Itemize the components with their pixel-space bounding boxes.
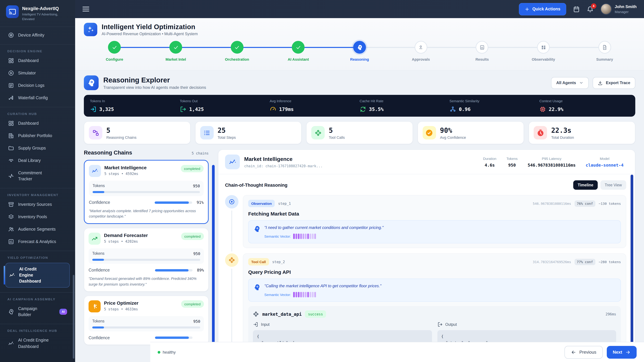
layers-icon	[8, 214, 14, 220]
step-market-intel[interactable]: Market Intel	[145, 41, 206, 67]
stat-tool-calls: 5Tool Calls	[306, 121, 413, 144]
brand-tagline: Intelligent TV Advertising, Elevated	[22, 12, 59, 22]
step-tokens: ~280 tokens	[599, 260, 621, 264]
step-observability[interactable]: Observability	[513, 41, 574, 67]
step-results[interactable]: Results	[452, 41, 513, 67]
detail-chain-id: chain_id: chain-1767108027420-mark...	[244, 164, 323, 168]
sidebar-item-device-affinity[interactable]: Device Affinity	[5, 29, 70, 41]
footer-bar: healthy Previous Next	[150, 342, 644, 362]
previous-button[interactable]: Previous	[564, 346, 602, 359]
step-id: step_1	[278, 201, 291, 205]
thought-head-icon	[253, 225, 260, 233]
refresh-icon	[360, 106, 366, 113]
thought-quote: "Calling the market intelligence API to …	[264, 283, 381, 289]
stat-cards: 5Reasoning Chains 25Total Steps 5Tool Ca…	[84, 121, 635, 144]
sidebar-item-curation-dashboard[interactable]: Dashboard	[5, 117, 70, 129]
next-button[interactable]: Next	[607, 346, 636, 359]
tree-view-button[interactable]: Tree View	[600, 180, 626, 190]
timeline-connector	[232, 211, 232, 251]
chevron-down-icon	[579, 80, 584, 85]
tool-latency: 296ms	[606, 312, 616, 316]
sidebar-item-deal-ai-credit-engine-dashboard[interactable]: AI Credit Engine Dashboard	[5, 334, 70, 353]
status-badge: completed	[181, 233, 204, 240]
logs-icon	[8, 82, 14, 88]
results-chart-icon	[479, 44, 485, 50]
component-icon	[311, 126, 325, 139]
arrow-left-icon	[571, 350, 576, 355]
export-trace-button[interactable]: Export Trace	[593, 77, 635, 89]
sparkle-trend-icon	[89, 165, 101, 177]
chain-card-market-intelligence[interactable]: Market Intelligence 5 steps • 4592ms com…	[84, 160, 209, 224]
step-card[interactable]: Tool Call step_2 314.7832164769526ms 77%…	[243, 253, 626, 357]
main-area: Quick Actions 4 John Smith Manager	[75, 0, 644, 362]
sidebar-item-commitment-tracker[interactable]: Commitment Tracker	[5, 167, 70, 185]
quick-actions-button[interactable]: Quick Actions	[519, 3, 566, 15]
metric-tokens-in: Tokens In 3,325	[90, 99, 180, 113]
metric-cache-hit-rate: Cache Hit Rate 35.5%	[360, 99, 450, 113]
step-card[interactable]: Observation step_1 546.9678381080116ms 7…	[243, 195, 626, 248]
sidebar-item-supply-groups[interactable]: Supply Groups	[5, 142, 70, 154]
ai-badge: AI	[59, 309, 67, 315]
menu-toggle-icon[interactable]	[82, 5, 89, 13]
sidebar-item-campaign-builder[interactable]: Campaign BuilderAI	[5, 303, 70, 321]
notifications-bell-icon[interactable]: 4	[586, 5, 594, 12]
folder-icon	[8, 145, 14, 151]
chain-summary-quote: "Demand forecast generated with 89% conf…	[88, 276, 204, 287]
agents-filter-select[interactable]: All Agents	[551, 77, 589, 89]
sidebar-item-inventory-pools[interactable]: Inventory Pools	[5, 211, 70, 223]
step-summary[interactable]: Summary	[574, 41, 635, 67]
user-menu[interactable]: John Smith Manager	[600, 3, 636, 15]
sparkle-trend-icon	[225, 155, 240, 169]
tokens-out-icon	[180, 106, 186, 113]
chain-card-price-optimizer[interactable]: Price Optimizer 5 steps • 4633ms complet…	[84, 296, 209, 345]
step-reasoning[interactable]: Reasoning	[329, 41, 390, 67]
sidebar-item-forecast-analytics[interactable]: Forecast & Analytics	[5, 236, 70, 248]
chain-card-demand-forecaster[interactable]: Demand Forecaster 5 steps • 4202ms compl…	[84, 228, 209, 292]
head-gear-icon	[8, 309, 14, 315]
building-icon	[8, 133, 14, 139]
chain-summary-quote: "Market analysis complete. Identified 7 …	[89, 208, 204, 219]
confidence-row: Confidence 89%	[88, 268, 204, 273]
step-latency: 314.7832164769526ms	[533, 260, 571, 264]
sidebar-item-deal-library[interactable]: Deal Library	[5, 154, 70, 166]
detail-scrollbar[interactable]	[630, 175, 633, 361]
step-title: Query Pricing API	[248, 269, 621, 275]
sidebar-item-waterfall-config[interactable]: Waterfall Config	[5, 92, 70, 104]
step-approvals[interactable]: Approvals	[390, 41, 452, 67]
sidebar-scrollbar[interactable]	[73, 275, 74, 359]
tool-component-icon	[253, 311, 259, 317]
sidebar-item-ai-credit-engine-dashboard[interactable]: AI Credit Engine Dashboard	[5, 263, 70, 288]
timeline-step-1: Observation step_1 546.9678381080116ms 7…	[225, 195, 626, 253]
sidebar-item-dashboard[interactable]: Dashboard	[5, 54, 70, 66]
brand[interactable]: Nexgile-AdvertIQ Intelligent TV Advertis…	[0, 0, 75, 27]
tokens-progress: Tokens950	[88, 316, 204, 332]
section-ai-campaign-assembly: AI CAMPAIGN ASSEMBLY	[4, 295, 71, 302]
tool-status-badge: success	[305, 310, 326, 318]
trending-up-icon	[88, 233, 100, 245]
calendar-icon[interactable]	[573, 5, 580, 12]
step-type-badge: Tool Call	[248, 258, 269, 266]
topbar: Quick Actions 4 John Smith Manager	[75, 0, 644, 18]
timeline-view-button[interactable]: Timeline	[574, 180, 598, 190]
section-curation-hub: CURATION HUB	[4, 109, 71, 117]
thought-quote: "I need to gather current market conditi…	[264, 225, 384, 231]
thought-head-icon	[253, 284, 260, 291]
list-icon	[200, 126, 214, 139]
play-circle-icon	[8, 70, 14, 76]
step-configure[interactable]: Configure	[84, 41, 145, 67]
sidebar-item-inventory-sources[interactable]: Inventory Sources	[5, 198, 70, 211]
step-tokens: ~130 tokens	[599, 202, 621, 205]
badge-star-icon	[8, 32, 14, 38]
thought-box: "Calling the market intelligence API to …	[248, 279, 621, 302]
sidebar-item-publisher-portfolio[interactable]: Publisher Portfolio	[5, 130, 70, 142]
sidebar-item-decision-logs[interactable]: Decision Logs	[5, 79, 70, 91]
metric-context-usage: Context Usage 22.9%	[539, 99, 629, 113]
chains-panel-title: Reasoning Chains	[84, 149, 132, 156]
stamp-icon	[418, 44, 424, 50]
network-icon	[450, 106, 456, 113]
step-orchestration[interactable]: Orchestration	[206, 41, 268, 67]
step-ai-assistant[interactable]: AI Assistant	[268, 41, 329, 67]
sidebar-item-audience-segments[interactable]: Audience Segments	[5, 223, 70, 235]
sidebar-item-simulator[interactable]: Simulator	[5, 67, 70, 79]
chains-scrollbar[interactable]	[212, 165, 215, 357]
